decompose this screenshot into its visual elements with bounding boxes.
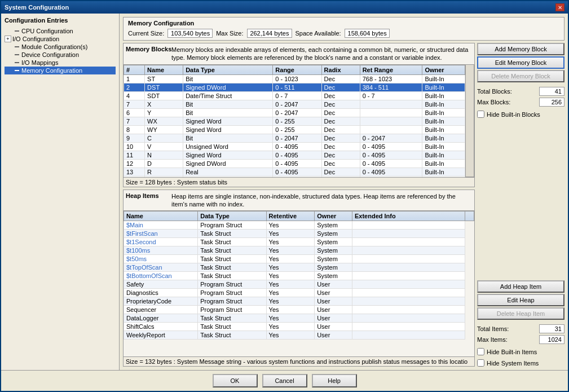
cell-radix: Dec bbox=[321, 117, 360, 125]
blocks-table-container[interactable]: # Name Data Type Range Radix Ret Range O… bbox=[123, 64, 465, 177]
cell-datatype: Task Struct bbox=[198, 238, 266, 246]
list-item[interactable]: $tTopOfScan Task Struct Yes System bbox=[124, 263, 474, 272]
list-item[interactable]: $t1Second Task Struct Yes System bbox=[124, 238, 474, 246]
cell-range: 0 - 4095 bbox=[273, 168, 321, 176]
list-item[interactable]: $tBottomOfScan Task Struct Yes System bbox=[124, 272, 474, 280]
cell-info bbox=[352, 289, 465, 297]
cell-name: $t1Second bbox=[124, 238, 198, 246]
cell-retentive: Yes bbox=[266, 314, 315, 323]
cell-owner: Built-In bbox=[422, 134, 465, 142]
cell-info bbox=[352, 238, 465, 246]
edit-memory-block-button[interactable]: Edit Memory Block bbox=[477, 56, 564, 69]
cell-owner: Built-In bbox=[422, 159, 465, 168]
heap-header: Heap Items Heap items are single instanc… bbox=[123, 190, 474, 211]
hide-builtin-items-checkbox[interactable] bbox=[477, 348, 484, 355]
sidebar-item-memory[interactable]: Memory Configuration bbox=[5, 67, 116, 74]
sidebar-item-iomappings[interactable]: I/O Mappings bbox=[5, 59, 116, 67]
heap-col-retentive: Retentive bbox=[266, 212, 315, 221]
col-num: # bbox=[124, 65, 145, 74]
ok-button[interactable]: OK bbox=[213, 374, 258, 387]
list-item[interactable]: WeeklyReport Task Struct Yes User bbox=[124, 331, 474, 340]
dash-icon-4 bbox=[15, 62, 19, 63]
list-item[interactable]: Sequencer Program Struct Yes User bbox=[124, 306, 474, 314]
cell-retrange bbox=[360, 108, 422, 117]
sidebar-item-iomappings-label: I/O Mappings bbox=[21, 59, 58, 66]
table-row[interactable]: 2 DST Signed DWord 0 - 511 Dec 384 - 511… bbox=[124, 83, 465, 91]
cell-datatype: Bit bbox=[183, 74, 273, 83]
cancel-button[interactable]: Cancel bbox=[262, 374, 307, 387]
table-row[interactable]: 7 WX Signed Word 0 - 255 Dec Built-In bbox=[124, 117, 465, 125]
cell-datatype: Task Struct bbox=[198, 323, 266, 331]
edit-heap-item-button[interactable]: Edit Heap bbox=[477, 294, 564, 306]
table-row[interactable]: 12 D Signed DWord 0 - 4095 Dec 0 - 4095 … bbox=[124, 159, 465, 168]
cell-info bbox=[352, 230, 465, 238]
body-area: Memory Blocks Memory blocks are indexabl… bbox=[123, 43, 564, 367]
col-name: Name bbox=[145, 65, 183, 74]
add-memory-block-button[interactable]: Add Memory Block bbox=[477, 43, 564, 55]
table-row[interactable]: 1 ST Bit 0 - 1023 Dec 768 - 1023 Built-I… bbox=[124, 74, 465, 83]
cell-num: 11 bbox=[124, 151, 145, 159]
cell-radix: Dec bbox=[321, 83, 360, 91]
cell-radix: Dec bbox=[321, 176, 360, 177]
current-size-label: Current Size: bbox=[128, 30, 164, 37]
list-item[interactable]: $tFirstScan Task Struct Yes System bbox=[124, 230, 474, 238]
table-row[interactable]: 14 T Timer Struct 0 - 255 Dec 0 - 255 Bu… bbox=[124, 176, 465, 177]
table-row[interactable]: 13 R Real 0 - 4095 Dec 0 - 4095 Built-In bbox=[124, 168, 465, 176]
list-item[interactable]: ShiftCalcs Task Struct Yes User bbox=[124, 323, 474, 331]
cell-name: ShiftCalcs bbox=[124, 323, 198, 331]
heap-label: Heap Items bbox=[126, 192, 168, 199]
list-item[interactable]: ProprietaryCode Program Struct Yes User bbox=[124, 297, 474, 306]
list-item[interactable]: $t50ms Task Struct Yes System bbox=[124, 255, 474, 263]
hide-builtin-blocks-checkbox[interactable] bbox=[477, 111, 484, 118]
heap-table-container[interactable]: Name Data Type Retentive Owner Extended … bbox=[123, 210, 474, 356]
delete-heap-item-button[interactable]: Delete Heap Item bbox=[477, 307, 564, 320]
table-row[interactable]: 7 X Bit 0 - 2047 Dec Built-In bbox=[124, 100, 465, 108]
sidebar-item-device[interactable]: Device Configuration bbox=[5, 51, 116, 59]
table-row[interactable]: 11 N Signed Word 0 - 4095 Dec 0 - 4095 B… bbox=[124, 151, 465, 159]
help-button[interactable]: Help bbox=[312, 374, 357, 387]
heap-item-stats: Total Items: 31 Max Items: 1024 Hide Bui… bbox=[477, 324, 564, 367]
heap-item-actions: Add Heap Item Edit Heap Delete Heap Item… bbox=[477, 280, 564, 367]
expand-icon: + bbox=[5, 36, 11, 42]
table-row[interactable]: 8 WY Signed Word 0 - 255 Dec Built-In bbox=[124, 125, 465, 134]
list-item[interactable]: DataLogger Task Struct Yes User bbox=[124, 314, 474, 323]
col-radix: Radix bbox=[321, 65, 360, 74]
sidebar-item-module[interactable]: Module Configuration(s) bbox=[5, 43, 116, 51]
heap-desc: Heap items are single instance, non-inde… bbox=[171, 192, 472, 209]
list-item[interactable]: Safety Program Struct Yes User bbox=[124, 280, 474, 289]
blocks-scrollbar[interactable] bbox=[465, 64, 474, 177]
table-row[interactable]: 4 SDT Date/Time Struct 0 - 7 Dec 0 - 7 B… bbox=[124, 91, 465, 100]
cell-info bbox=[352, 246, 465, 255]
sidebar-item-cpu[interactable]: CPU Configuration bbox=[5, 27, 116, 35]
cell-info bbox=[352, 306, 465, 314]
cell-retentive: Yes bbox=[266, 255, 315, 263]
list-item[interactable]: Diagnostics Program Struct Yes User bbox=[124, 289, 474, 297]
blocks-desc: Memory blocks are indexable arrays of el… bbox=[171, 46, 472, 62]
left-panel: Configuration Entries CPU Configuration … bbox=[1, 14, 120, 370]
action-panel: Add Memory Block Edit Memory Block Delet… bbox=[477, 43, 564, 367]
sidebar-item-cpu-label: CPU Configuration bbox=[21, 28, 73, 34]
cell-range: 0 - 4095 bbox=[273, 151, 321, 159]
cell-owner: Built-In bbox=[422, 83, 465, 91]
heap-col-scroll-space bbox=[465, 212, 474, 221]
sidebar-item-io[interactable]: + I/O Configuration bbox=[5, 35, 116, 43]
list-item[interactable]: $Main Program Struct Yes System bbox=[124, 221, 474, 230]
table-row[interactable]: 6 Y Bit 0 - 2047 Dec Built-In bbox=[124, 108, 465, 117]
list-item[interactable]: $t100ms Task Struct Yes System bbox=[124, 246, 474, 255]
cell-datatype: Bit bbox=[183, 100, 273, 108]
cell-retentive: Yes bbox=[266, 238, 315, 246]
heap-items-section: Heap Items Heap items are single instanc… bbox=[123, 190, 475, 367]
table-row[interactable]: 9 C Bit 0 - 2047 Dec 0 - 2047 Built-In bbox=[124, 134, 465, 142]
cell-radix: Dec bbox=[321, 151, 360, 159]
cell-radix: Dec bbox=[321, 168, 360, 176]
hide-system-items-checkbox[interactable] bbox=[477, 359, 484, 367]
cell-name: ST bbox=[145, 74, 183, 83]
delete-memory-block-button[interactable]: Delete Memory Block bbox=[477, 70, 564, 82]
cell-info bbox=[352, 272, 465, 280]
cell-info bbox=[352, 323, 465, 331]
table-row[interactable]: 10 V Unsigned Word 0 - 4095 Dec 0 - 4095… bbox=[124, 142, 465, 151]
add-heap-item-button[interactable]: Add Heap Item bbox=[477, 280, 564, 293]
close-button[interactable]: ✕ bbox=[555, 3, 564, 11]
cell-num: 12 bbox=[124, 159, 145, 168]
sidebar-item-device-label: Device Configuration bbox=[21, 51, 79, 58]
